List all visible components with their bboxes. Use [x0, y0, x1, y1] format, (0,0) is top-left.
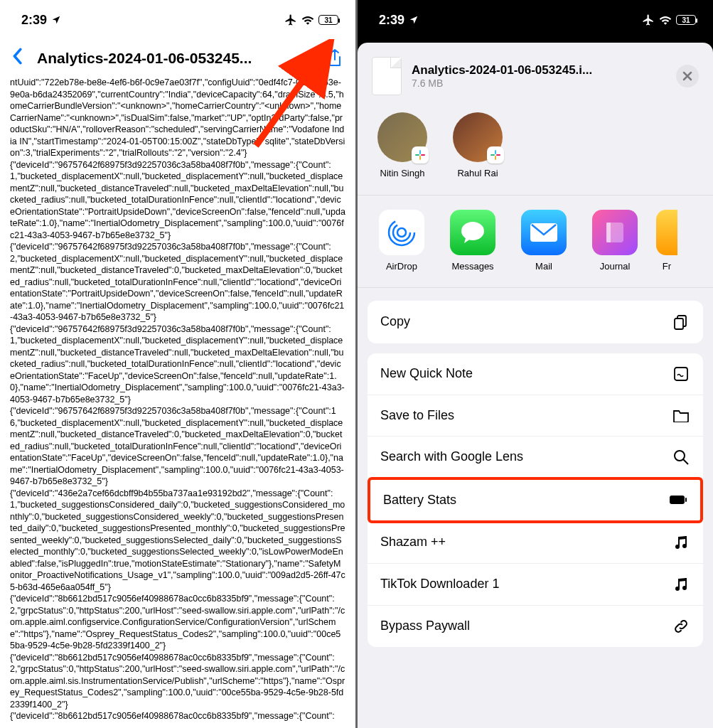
- action-label: Shazam ++: [380, 535, 446, 550]
- nav-bar: Analytics-2024-01-06-053245...: [0, 36, 355, 77]
- close-icon: [682, 71, 692, 81]
- music-note-icon: [672, 577, 690, 592]
- clock-text: 2:39: [379, 13, 404, 28]
- action-google-lens[interactable]: Search with Google Lens: [368, 437, 703, 478]
- action-label: Battery Stats: [383, 493, 456, 508]
- avatar: [453, 112, 503, 162]
- app-label: Messages: [443, 261, 503, 272]
- action-label: Bypass Paywall: [380, 619, 470, 633]
- app-journal[interactable]: Journal: [585, 210, 645, 272]
- share-contact-nitin[interactable]: Nitin Singh: [372, 112, 433, 179]
- svg-point-23: [675, 545, 680, 549]
- app-messages[interactable]: Messages: [443, 210, 503, 272]
- action-save-files[interactable]: Save to Files: [368, 395, 703, 437]
- app-label: Journal: [585, 261, 645, 272]
- slack-badge-icon: [487, 146, 504, 164]
- status-time: 2:39: [21, 13, 61, 28]
- copy-icon: [672, 314, 690, 331]
- svg-rect-15: [606, 223, 611, 242]
- app-label: AirDrop: [372, 261, 431, 272]
- apps-row: AirDrop Messages Mail Journal: [358, 196, 713, 288]
- contact-name: Rahul Rai: [447, 168, 508, 179]
- svg-point-10: [393, 224, 410, 241]
- action-copy[interactable]: Copy: [368, 301, 703, 343]
- slack-badge-icon: [412, 146, 429, 164]
- action-label: Save to Files: [380, 408, 454, 423]
- svg-point-25: [675, 587, 680, 591]
- share-button[interactable]: [326, 48, 344, 69]
- airdrop-icon: [379, 210, 424, 255]
- app-mail[interactable]: Mail: [514, 210, 574, 272]
- file-size: 7.6 MB: [412, 77, 666, 89]
- app-label: Mail: [514, 261, 574, 272]
- svg-rect-7: [495, 156, 496, 160]
- close-button[interactable]: [676, 65, 699, 87]
- svg-point-9: [397, 228, 406, 237]
- app-icon-partial: [656, 210, 677, 255]
- left-phone: 2:39 31 Analytics-2024-01-06-053245... n…: [0, 0, 355, 728]
- svg-rect-4: [421, 154, 425, 156]
- share-icon: [326, 48, 343, 68]
- action-label: TikTok Downloader 1: [380, 577, 499, 592]
- status-icons-right: 31: [642, 14, 696, 26]
- file-info: Analytics-2024-01-06-053245.i... 7.6 MB: [412, 63, 666, 89]
- svg-rect-22: [685, 498, 687, 502]
- action-shazam[interactable]: Shazam ++: [368, 522, 703, 564]
- action-label: Search with Google Lens: [380, 449, 523, 464]
- actions-list: Copy New Quick Note Save to Files Search…: [368, 301, 703, 647]
- sheet-header: Analytics-2024-01-06-053245.i... 7.6 MB: [358, 53, 713, 107]
- note-icon: [672, 366, 690, 382]
- battery-icon: 31: [676, 15, 696, 25]
- action-label: New Quick Note: [380, 366, 473, 381]
- action-battery-stats[interactable]: Battery Stats: [370, 480, 700, 520]
- mail-icon: [521, 210, 567, 255]
- svg-point-24: [682, 544, 687, 548]
- folder-icon: [672, 408, 690, 422]
- battery-pct: 31: [324, 16, 332, 24]
- page-title: Analytics-2024-01-06-053245...: [37, 50, 318, 67]
- link-icon: [672, 619, 690, 634]
- chevron-left-icon: [11, 48, 23, 65]
- share-contact-rahul[interactable]: Rahul Rai: [447, 112, 508, 179]
- airplane-icon: [284, 14, 297, 26]
- wifi-icon: [659, 15, 672, 25]
- status-time-right: 2:39: [379, 13, 419, 28]
- svg-point-19: [675, 451, 685, 461]
- file-name: Analytics-2024-01-06-053245.i...: [412, 63, 639, 77]
- contact-name: Nitin Singh: [372, 168, 433, 179]
- action-tiktok-downloader[interactable]: TikTok Downloader 1: [368, 564, 703, 606]
- status-bar: 2:39 31: [0, 0, 355, 36]
- battery-icon: 31: [318, 15, 338, 25]
- battery-full-icon: [669, 495, 687, 505]
- document-content[interactable]: ntUuid":"722eb78e-be8e-4ef6-b6f-0c9e7ae0…: [0, 77, 355, 724]
- location-arrow-icon: [409, 15, 419, 25]
- svg-rect-17: [675, 318, 683, 329]
- location-arrow-icon: [51, 15, 61, 25]
- music-note-icon: [672, 535, 690, 550]
- journal-icon: [592, 210, 638, 255]
- battery-pct: 31: [682, 16, 690, 24]
- back-button[interactable]: [11, 47, 30, 70]
- status-icons: 31: [284, 14, 338, 26]
- clock-text: 2:39: [21, 13, 47, 28]
- share-sheet: Analytics-2024-01-06-053245.i... 7.6 MB …: [358, 43, 713, 728]
- avatar: [377, 112, 427, 162]
- svg-rect-5: [495, 150, 496, 154]
- action-bypass-paywall[interactable]: Bypass Paywall: [368, 606, 703, 647]
- app-label: Fr: [656, 261, 677, 272]
- svg-rect-18: [675, 368, 687, 380]
- svg-rect-6: [490, 154, 495, 156]
- search-icon: [672, 449, 690, 465]
- action-label: Copy: [380, 314, 410, 329]
- app-airdrop[interactable]: AirDrop: [372, 210, 431, 272]
- airplane-icon: [642, 14, 655, 26]
- people-row: Nitin Singh Rahul Rai: [358, 107, 713, 196]
- status-bar-right: 2:39 31: [358, 0, 713, 36]
- action-quick-note[interactable]: New Quick Note: [368, 353, 703, 395]
- svg-point-12: [461, 222, 484, 240]
- svg-rect-3: [419, 156, 421, 160]
- app-partial[interactable]: Fr: [656, 210, 677, 272]
- wifi-icon: [301, 15, 314, 25]
- svg-rect-8: [496, 154, 500, 156]
- svg-point-26: [682, 586, 687, 590]
